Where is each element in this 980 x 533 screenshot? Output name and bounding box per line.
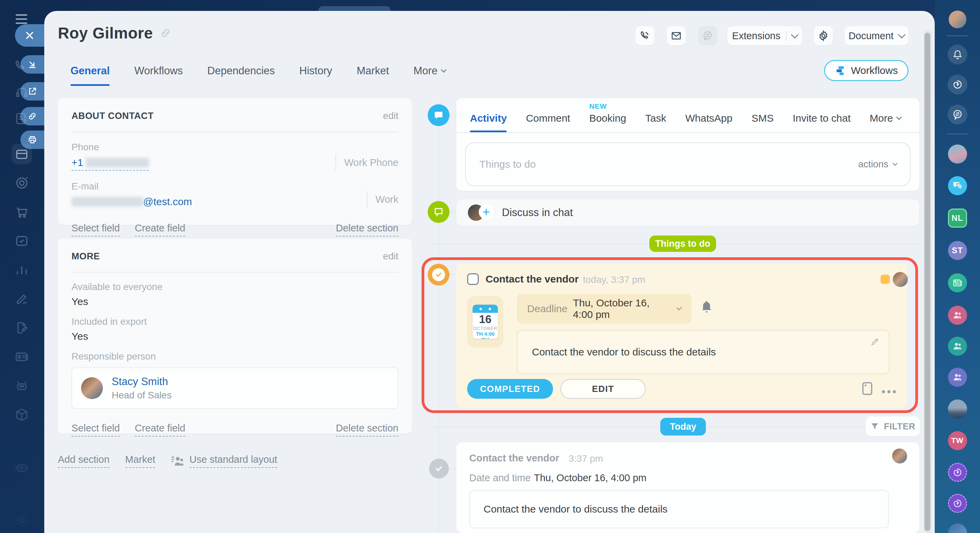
responsible-role: Head of Sales [112,390,172,401]
new-badge: NEW [589,102,607,110]
sidebar-settings-icon[interactable] [11,510,32,531]
activity-tab-sms[interactable]: SMS [751,112,774,132]
sidebar-sign-icon[interactable] [11,289,32,309]
chat-avatar-group-purple[interactable] [948,368,967,387]
today-badge[interactable]: Today [660,418,706,436]
chat-avatar-messages[interactable] [948,176,967,195]
activity-tab-booking[interactable]: NEWBooking [589,112,626,132]
call-button[interactable] [635,26,654,45]
chat-avatar-news[interactable] [948,273,967,292]
activity-tab-task[interactable]: Task [645,112,667,132]
create-field-link[interactable]: Create field [135,223,185,236]
phone-value[interactable]: +1 [72,157,149,171]
task-color-tag[interactable] [881,274,890,284]
chat-avatar-group-teal[interactable] [948,337,967,356]
tab-history[interactable]: History [299,65,332,86]
sidebar-phone-icon[interactable] [11,54,32,75]
market-link[interactable]: Market [125,454,156,468]
chat-avatar-partial[interactable] [948,523,967,533]
more-actions-ellipsis[interactable] [882,388,898,395]
tab-market[interactable]: Market [357,65,389,86]
entry-time: 3:37 pm [569,453,603,464]
chat-avatar-photo[interactable] [948,145,967,164]
select-field-link[interactable]: Select field [72,223,120,236]
more-edit-link[interactable]: edit [383,251,398,262]
scrollbar-thumb[interactable] [924,33,930,531]
pencil-icon[interactable] [870,337,880,346]
about-edit-link[interactable]: edit [383,110,398,121]
printer-icon [28,135,37,145]
add-participant-badge[interactable] [479,204,494,219]
chat-avatar-copilot-2[interactable] [948,494,967,513]
sidebar-wallet-icon[interactable] [11,144,32,164]
document-button[interactable]: Document [845,26,908,45]
entry-title[interactable]: Contact the vendor [469,453,559,464]
chat-avatar-city[interactable] [948,399,967,418]
activity-tab-more[interactable]: More [870,112,901,132]
email-button[interactable] [667,26,686,45]
actions-dropdown[interactable]: actions [858,159,897,170]
add-section-link[interactable]: Add section [58,454,110,468]
extensions-button[interactable]: Extensions [727,26,802,45]
email-value[interactable]: @test.com [72,196,192,207]
chat-avatar-tw[interactable]: TW [948,431,967,450]
tab-workflows[interactable]: Workflows [134,65,183,86]
tab-more[interactable]: More [414,65,446,86]
sidebar-idcard-icon[interactable] [11,346,32,367]
task-title[interactable]: Contact the vendor [485,273,579,285]
task-description-box[interactable]: Contact the vendor to discuss the detail… [517,330,889,374]
chat-button-disabled[interactable] [698,26,717,45]
todo-input[interactable] [465,142,910,186]
timeline-done-icon [429,459,449,479]
things-to-do-badge[interactable]: Things to do [649,236,716,252]
close-slider-button[interactable] [15,24,44,47]
use-standard-layout-link[interactable]: Use standard layout [171,454,277,468]
select-field-link[interactable]: Select field [72,423,120,437]
activity-tab-whatsapp[interactable]: WhatsApp [686,112,732,132]
sidebar-camera-icon[interactable] [11,457,32,478]
sidebar-package-icon[interactable] [11,405,32,425]
chat-avatar-nl[interactable]: NL [948,209,967,228]
chat-avatar-st[interactable]: ST [948,241,967,260]
activity-tab-comment[interactable]: Comment [526,112,570,132]
tab-dependencies[interactable]: Dependencies [207,65,275,86]
sidebar-document-icon[interactable] [11,109,32,129]
email-redacted [72,197,143,206]
note-icon[interactable] [861,382,874,396]
reminder-bell-icon[interactable] [700,300,713,314]
workflows-button[interactable]: Workflows [824,60,908,81]
chat-avatar-copilot-1[interactable] [948,463,967,482]
chat-avatar-group-pink[interactable] [948,306,967,325]
plus-icon [482,208,490,216]
delete-section-link[interactable]: Delete section [336,423,398,437]
sidebar-robot-icon[interactable] [11,375,32,396]
tab-label: General [70,65,110,77]
responsible-person-card[interactable]: Stacy Smith Head of Sales [72,367,398,409]
settings-button[interactable] [814,26,833,45]
entry-description: Contact the vendor to discuss the detail… [484,503,667,515]
edit-button[interactable]: EDIT [560,379,646,399]
tab-general[interactable]: General [70,65,110,86]
activity-tab-activity[interactable]: Activity [470,112,507,132]
chat-transfer-icon [702,30,713,41]
responsible-name[interactable]: Stacy Smith [112,375,172,388]
deadline-chip[interactable]: Deadline Thu, October 16, 4:00 pm [517,294,691,324]
discuss-in-chat-row[interactable]: Discuss in chat [456,199,920,226]
activity-tab-invite-to-chat[interactable]: Invite to chat [793,112,851,132]
notifications-button[interactable] [948,45,967,64]
sidebar-cart-icon[interactable] [11,202,32,222]
sidebar-chart-icon[interactable] [11,260,32,280]
filter-button[interactable]: FILTER [865,417,920,436]
task-checkbox[interactable] [467,273,479,285]
open-channels-button[interactable] [948,105,967,124]
sidebar-target-icon[interactable] [11,173,32,193]
profile-avatar[interactable] [949,11,966,28]
completed-button[interactable]: COMPLETED [467,379,553,399]
sidebar-doc-edit-icon[interactable] [11,318,32,338]
sidebar-tasks-icon[interactable] [11,231,32,251]
sidebar-headset-icon[interactable] [11,82,32,102]
delete-section-link[interactable]: Delete section [336,223,398,236]
copy-title-link-icon[interactable] [160,27,171,39]
copilot-button[interactable] [948,75,967,94]
create-field-link[interactable]: Create field [135,423,185,437]
